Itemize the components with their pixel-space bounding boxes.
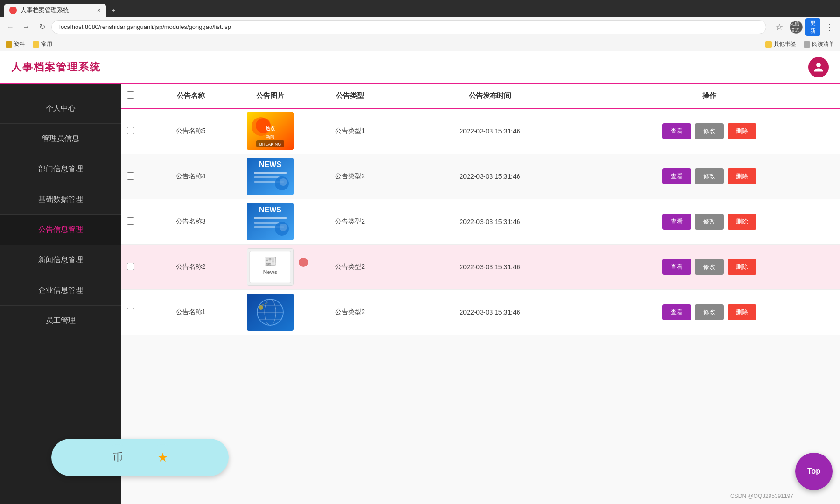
delete-btn-4[interactable]: 删除 [728,168,756,184]
view-btn-1[interactable]: 查看 [662,304,691,320]
sidebar-item-announcement[interactable]: 公告信息管理 [0,215,121,245]
tab-title: 人事档案管理系统 [21,6,69,14]
svg-point-15 [280,178,287,186]
row-checkbox-cell-3 [121,199,140,245]
bookmarks-bar: 资料 常用 其他书签 阅读清单 [0,37,840,51]
other-bookmarks[interactable]: 其他书签 [765,40,796,48]
row-checkbox-2[interactable] [127,263,134,270]
view-btn-2[interactable]: 查看 [662,259,691,275]
edit-btn-3[interactable]: 修改 [695,214,724,230]
view-btn-3[interactable]: 查看 [662,214,691,230]
tab-close-btn[interactable]: × [97,7,101,14]
row-checkbox-5[interactable] [127,127,134,134]
action-group-4: 查看 修改 删除 [584,168,834,184]
bookmark-icon-1 [6,41,12,48]
bookmark-star-btn[interactable]: ☆ [773,21,786,34]
view-btn-5[interactable]: 查看 [662,123,691,139]
th-image: 公告图片 [241,84,299,108]
action-btns-5: 查看 修改 删除 [579,108,840,154]
browser-nav: ← → ↻ localhost:8080/renshidanganguanli/… [0,17,840,37]
delete-btn-5[interactable]: 删除 [728,123,756,139]
img-hotspot: 热点 新闻 BREAKING [247,112,294,150]
th-checkbox [121,84,140,108]
nav-icons: ☆ 无痕模式 更新 ⋮ [773,21,836,34]
new-tab-btn[interactable]: + [106,4,123,17]
browser-tabs: 人事档案管理系统 × + [0,0,840,17]
action-btns-1: 查看 修改 删除 [579,290,840,335]
sidebar-item-company[interactable]: 企业信息管理 [0,275,121,306]
action-group-2: 查看 修改 删除 [584,259,834,275]
svg-rect-12 [254,176,280,178]
table-header: 公告名称 公告图片 公告类型 公告发布时间 操作 [121,84,840,108]
svg-rect-11 [254,172,287,174]
edit-btn-4[interactable]: 修改 [695,168,724,184]
reading-list-icon [804,41,810,48]
sidebar-item-employee[interactable]: 员工管理 [0,306,121,336]
main-content: 公告名称 公告图片 公告类型 公告发布时间 操作 公告名称5 [121,84,840,504]
img-news-blue-3: NEWS [247,203,294,240]
svg-point-34 [259,305,263,310]
sidebar-item-news[interactable]: 新闻信息管理 [0,245,121,275]
sidebar-item-personal-center[interactable]: 个人中心 [0,93,121,124]
sidebar-item-dept-mgmt[interactable]: 部门信息管理 [0,154,121,184]
announcement-name-5: 公告名称5 [140,108,241,154]
svg-point-22 [280,224,287,231]
svg-rect-18 [254,217,287,219]
table-row-highlighted: 公告名称2 📰 News [121,245,840,290]
nav-back-btn[interactable]: ← [4,21,17,34]
edit-btn-1[interactable]: 修改 [695,304,724,320]
bookmark-item-1[interactable]: 资料 [6,40,25,48]
more-options-btn[interactable]: ⋮ [823,21,836,34]
float-star-btn[interactable]: ★ [149,444,175,470]
announcement-name-3: 公告名称3 [140,199,241,245]
action-group-5: 查看 修改 删除 [584,123,834,139]
announcement-name-4: 公告名称4 [140,154,241,199]
nav-forward-btn[interactable]: → [20,21,33,34]
delete-btn-3[interactable]: 删除 [728,214,756,230]
img-newspaper: 📰 News [247,248,294,286]
csdn-watermark: CSDN @QQ3295391197 [730,493,793,499]
browser-tab-active[interactable]: 人事档案管理系统 × [4,4,106,17]
reading-list[interactable]: 阅读清单 [804,40,834,48]
url-bar[interactable]: localhost:8080/renshidanganguanli/jsp/mo… [51,20,766,34]
top-btn[interactable]: Top [795,453,833,490]
img-globe [247,294,294,331]
select-all-checkbox[interactable] [127,91,134,99]
announcement-time-3: 2022-03-03 15:31:46 [401,199,579,245]
announcement-type-4: 公告类型2 [299,154,400,199]
delete-btn-1[interactable]: 删除 [728,304,756,320]
user-avatar-btn[interactable] [808,57,829,77]
action-group-1: 查看 修改 删除 [584,304,834,320]
edit-btn-5[interactable]: 修改 [695,123,724,139]
other-bookmarks-icon [765,41,772,48]
svg-rect-19 [254,222,280,224]
announcement-img-4: NEWS [241,154,299,199]
view-btn-4[interactable]: 查看 [662,168,691,184]
float-coin-btn[interactable]: 币 [105,444,131,470]
coin-icon: 币 [112,450,123,464]
row-checkbox-3[interactable] [127,217,134,225]
nav-refresh-btn[interactable]: ↻ [35,21,49,34]
announcement-img-1 [241,290,299,335]
announcement-time-4: 2022-03-03 15:31:46 [401,154,579,199]
row-checkbox-cell-4 [121,154,140,199]
browser-chrome: 人事档案管理系统 × + ← → ↻ localhost:8080/renshi… [0,0,840,51]
svg-text:📰: 📰 [264,255,277,267]
row-checkbox-1[interactable] [127,308,134,315]
announcement-name-2: 公告名称2 [140,245,241,290]
announcement-img-2: 📰 News [241,245,299,290]
float-panel: 币 ★ [51,439,229,476]
bookmark-item-2[interactable]: 常用 [33,40,52,48]
sidebar-item-admin-info[interactable]: 管理员信息 [0,124,121,154]
profile-btn[interactable]: 无痕模式 [790,21,803,34]
app-header: 人事档案管理系统 [0,51,840,84]
delete-btn-2[interactable]: 删除 [728,259,756,275]
action-btns-2: 查看 修改 删除 [579,245,840,290]
announcement-time-2: 2022-03-03 15:31:46 [401,245,579,290]
sidebar-item-basic-data[interactable]: 基础数据管理 [0,184,121,215]
row-checkbox-cell-1 [121,290,140,335]
row-checkbox-4[interactable] [127,172,134,180]
announcement-img-5: 热点 新闻 BREAKING [241,108,299,154]
edit-btn-2[interactable]: 修改 [695,259,724,275]
update-btn[interactable]: 更新 [806,21,819,34]
